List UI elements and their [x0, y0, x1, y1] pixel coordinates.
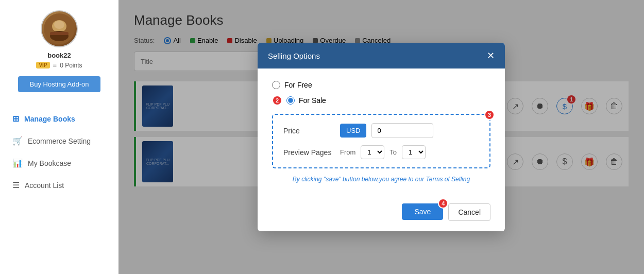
vip-badge: VIP [36, 62, 49, 68]
for-free-label: For Free [284, 81, 312, 89]
for-free-radio[interactable] [272, 81, 280, 89]
pricing-box: 3 Price USD Preview Pages From 123 To [272, 114, 490, 168]
main-content: Manage Books Status: All Enable Disable … [118, 0, 644, 274]
preview-row: Preview Pages From 123 To 123 [283, 145, 479, 159]
from-select[interactable]: 123 [361, 145, 384, 159]
sidebar-item-account-list[interactable]: ☰ Account List [0, 174, 118, 196]
svg-rect-4 [50, 32, 69, 35]
modal-header: Selling Options ✕ [258, 43, 505, 68]
modal-footer: Save 4 Cancel [258, 203, 505, 231]
to-select[interactable]: 123 [402, 145, 426, 159]
avatar [41, 10, 78, 47]
manage-books-icon: ⊞ [12, 114, 19, 124]
price-label: Price [283, 127, 335, 135]
currency-button[interactable]: USD [340, 124, 366, 138]
selling-options-modal: Selling Options ✕ For Free 2 For Sale [258, 43, 505, 231]
for-sale-option[interactable]: For Sale [286, 96, 326, 105]
preview-label: Preview Pages [283, 148, 335, 157]
badge-3: 3 [484, 110, 495, 120]
sidebar: book22 VIP ≡ 0 Points Buy Hosting Add-on… [0, 0, 118, 274]
modal-body: For Free 2 For Sale 3 Price USD [258, 68, 505, 203]
sidebar-item-my-bookcase[interactable]: 📊 My Bookcase [0, 152, 118, 174]
sidebar-item-label: Ecommerce Setting [28, 137, 91, 145]
sidebar-navigation: ⊞ Manage Books 🛒 Ecommerce Setting 📊 My … [0, 108, 118, 196]
modal-close-button[interactable]: ✕ [487, 50, 495, 61]
modal-title: Selling Options [268, 52, 320, 60]
save-button[interactable]: Save [402, 203, 443, 220]
bookcase-icon: 📊 [12, 158, 23, 168]
price-row: Price USD [283, 123, 479, 138]
buy-hosting-button[interactable]: Buy Hosting Add-on [18, 76, 100, 92]
for-free-option[interactable]: For Free [272, 81, 490, 89]
from-label: From [340, 148, 355, 156]
svg-point-2 [54, 21, 64, 29]
modal-overlay: Selling Options ✕ For Free 2 For Sale [118, 0, 644, 274]
sidebar-item-manage-books[interactable]: ⊞ Manage Books [0, 108, 118, 130]
to-label: To [389, 148, 397, 156]
for-sale-label: For Sale [299, 96, 326, 105]
price-input[interactable] [371, 123, 433, 138]
stack-icon: ≡ [53, 61, 57, 69]
user-badges: VIP ≡ 0 Points [36, 61, 82, 69]
terms-text: By clicking "save" button below,you agre… [272, 176, 490, 183]
sidebar-item-label: Manage Books [24, 115, 75, 123]
badge-2: 2 [272, 95, 282, 106]
badge-4: 4 [438, 198, 448, 209]
account-icon: ☰ [12, 180, 20, 190]
sidebar-item-label: Account List [25, 181, 64, 190]
sidebar-item-label: My Bookcase [28, 159, 71, 167]
sidebar-item-ecommerce-setting[interactable]: 🛒 Ecommerce Setting [0, 130, 118, 152]
points-label: 0 Points [60, 62, 82, 69]
cancel-button[interactable]: Cancel [448, 203, 490, 221]
ecommerce-icon: 🛒 [12, 136, 23, 146]
username-label: book22 [47, 52, 71, 59]
for-sale-radio[interactable] [286, 96, 295, 105]
